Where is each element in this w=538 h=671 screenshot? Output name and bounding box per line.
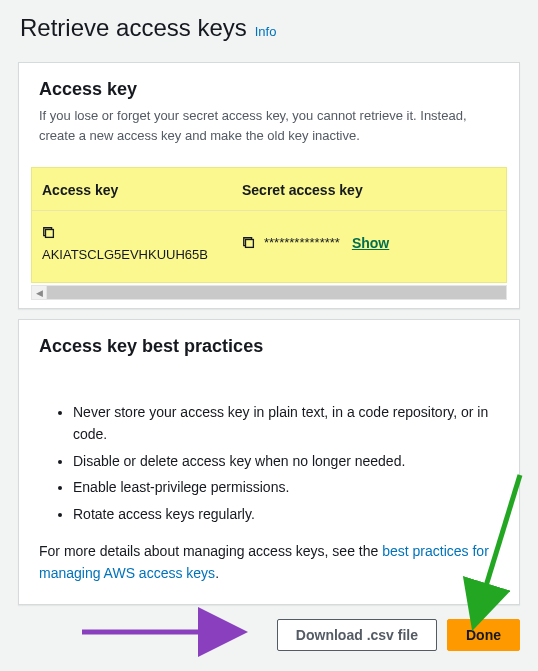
- scrollbar-left-arrow-icon[interactable]: ◀: [32, 286, 47, 299]
- details-suffix: .: [215, 565, 219, 581]
- copy-icon[interactable]: [42, 226, 56, 240]
- best-practices-panel: Access key best practices Never store yo…: [18, 319, 520, 605]
- svg-rect-0: [46, 229, 54, 237]
- copy-icon[interactable]: [242, 236, 256, 250]
- access-key-table: Access key Secret access key AKIATSCLG5E…: [31, 167, 507, 283]
- scrollbar-thumb[interactable]: [47, 286, 506, 299]
- best-practices-list: Never store your access key in plain tex…: [39, 401, 499, 525]
- list-item: Enable least-privilege permissions.: [73, 476, 499, 498]
- svg-rect-1: [246, 239, 254, 247]
- download-csv-button[interactable]: Download .csv file: [277, 619, 437, 651]
- access-key-panel: Access key If you lose or forget your se…: [18, 62, 520, 309]
- footer-buttons: Download .csv file Done: [0, 615, 538, 669]
- list-item: Disable or delete access key when no lon…: [73, 450, 499, 472]
- access-key-panel-desc: If you lose or forget your secret access…: [39, 106, 499, 145]
- page-title: Retrieve access keys: [20, 14, 247, 42]
- secret-access-key-value: ***************: [264, 235, 340, 250]
- info-link[interactable]: Info: [255, 24, 277, 39]
- list-item: Rotate access keys regularly.: [73, 503, 499, 525]
- col-header-access-key: Access key: [42, 182, 242, 198]
- access-key-value: AKIATSCLG5EVHKUUH65B: [42, 247, 242, 262]
- done-button[interactable]: Done: [447, 619, 520, 651]
- horizontal-scrollbar[interactable]: ◀: [31, 285, 507, 300]
- best-practices-title: Access key best practices: [39, 336, 499, 357]
- col-header-secret: Secret access key: [242, 182, 496, 198]
- show-secret-link[interactable]: Show: [352, 235, 389, 251]
- details-prefix: For more details about managing access k…: [39, 543, 382, 559]
- details-text: For more details about managing access k…: [39, 541, 499, 584]
- table-row: AKIATSCLG5EVHKUUH65B *************** Sho…: [32, 211, 506, 282]
- list-item: Never store your access key in plain tex…: [73, 401, 499, 446]
- access-key-panel-title: Access key: [39, 79, 499, 100]
